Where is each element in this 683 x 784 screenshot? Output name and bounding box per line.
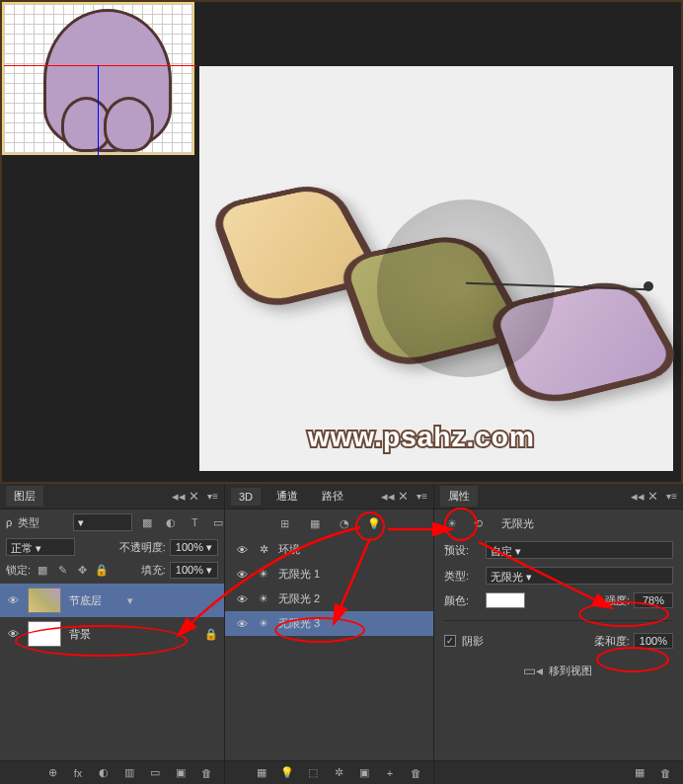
shadow-label: 阴影: [462, 634, 484, 649]
main-canvas[interactable]: www.psahz.com: [199, 66, 673, 471]
mask-icon[interactable]: ◐: [96, 765, 112, 781]
new-layer-icon[interactable]: ▣: [173, 765, 189, 781]
layer-name[interactable]: 节底层: [69, 593, 102, 608]
softness-label: 柔和度:: [594, 634, 630, 649]
fill-value[interactable]: 100%: [170, 562, 218, 579]
tab-layers[interactable]: 图层: [6, 486, 43, 507]
canvas-area: www.psahz.com: [0, 0, 683, 484]
props-title: 无限光: [501, 516, 534, 531]
props-footer: ▦ 🗑: [434, 760, 683, 784]
light-icon: ☀: [257, 592, 270, 605]
environment-icon: ✲: [257, 543, 270, 556]
panel-menu-icon[interactable]: ▾≡: [666, 491, 677, 502]
lock-icon[interactable]: 🔒: [204, 628, 218, 641]
lock-transparent-icon[interactable]: ▩: [35, 563, 50, 579]
color-swatch[interactable]: [486, 592, 525, 608]
3d-item-label: 无限光 1: [278, 567, 320, 582]
opacity-label: 不透明度:: [119, 540, 166, 555]
intensity-value[interactable]: 78%: [634, 592, 673, 608]
3d-item-label: 无限光 3: [278, 616, 320, 631]
filter-kind-icon[interactable]: ρ: [6, 516, 12, 528]
fx-icon[interactable]: fx: [70, 765, 86, 781]
type-label: 类型:: [444, 569, 480, 584]
blend-opacity-row: 正常 不透明度: 100%: [0, 535, 224, 559]
3d-filter-toolbar: ⊞ ▦ ◔ 💡: [225, 510, 433, 537]
filter-lights-icon[interactable]: 💡: [366, 515, 382, 531]
type-select[interactable]: [73, 513, 132, 531]
filter-adjust-icon[interactable]: ◐: [162, 514, 180, 530]
opacity-value[interactable]: 100%: [170, 539, 218, 556]
watermark: www.psahz.com: [308, 422, 535, 453]
new-light-icon[interactable]: 💡: [279, 765, 295, 781]
layer-thumb: [28, 621, 61, 647]
3d-item-light-1[interactable]: 👁 ☀ 无限光 1: [225, 562, 433, 587]
light-icon: ☀: [257, 617, 270, 630]
panel-collapse-icon[interactable]: ◂◂ ✕: [381, 489, 410, 504]
panel-menu-icon[interactable]: ▾≡: [207, 491, 218, 502]
intensity-label: 强度:: [605, 593, 630, 608]
ground-icon[interactable]: ⬚: [305, 765, 321, 781]
adjust-icon[interactable]: ▥: [121, 765, 137, 781]
filter-mesh-icon[interactable]: ▦: [307, 515, 323, 531]
tab-paths[interactable]: 路径: [314, 486, 351, 507]
move-view-icon[interactable]: ▭◂: [525, 663, 541, 678]
3d-item-label: 环境: [278, 542, 300, 557]
link-icon[interactable]: ⊕: [44, 765, 60, 781]
coords-props-icon[interactable]: ⟲: [470, 515, 486, 531]
3d-footer: ▦ 💡 ⬚ ✲ ▣ + 🗑: [225, 760, 433, 784]
light-props-icon[interactable]: ☀: [444, 515, 460, 531]
props-toolbar: ☀ ⟲ 无限光: [434, 510, 683, 537]
blend-mode-select[interactable]: 正常: [6, 538, 75, 556]
3d-item-light-2[interactable]: 👁 ☀ 无限光 2: [225, 587, 433, 611]
shadow-checkbox[interactable]: ✓: [444, 635, 456, 647]
render-icon[interactable]: ▦: [254, 765, 269, 781]
visibility-icon[interactable]: 👁: [235, 618, 249, 630]
chevron-down-icon[interactable]: ▾: [127, 594, 133, 607]
type-label: 类型: [18, 515, 67, 530]
softness-value[interactable]: 100%: [634, 633, 673, 649]
tab-3d[interactable]: 3D: [231, 488, 261, 506]
3d-item-light-3[interactable]: 👁 ☀ 无限光 3: [225, 611, 433, 636]
trash-icon[interactable]: 🗑: [657, 765, 673, 781]
type-select[interactable]: 无限光: [486, 567, 673, 585]
visibility-icon[interactable]: 👁: [6, 594, 20, 606]
visibility-icon[interactable]: 👁: [235, 593, 249, 605]
shadow-row: ✓ 阴影 柔和度: 100%: [444, 633, 673, 649]
visibility-icon[interactable]: 👁: [235, 544, 249, 556]
panel-collapse-icon[interactable]: ◂◂ ✕: [631, 489, 659, 504]
layers-panel: 图层 ◂◂ ✕ ▾≡ ρ 类型 ▩ ◐ T ▭ ◫ 正常 不透明度: 100%: [0, 484, 225, 784]
lock-image-icon[interactable]: ✎: [54, 563, 70, 579]
trash-icon[interactable]: 🗑: [198, 765, 214, 781]
render-icon[interactable]: ▦: [632, 765, 647, 781]
layer-item-selected[interactable]: 👁 节底层 ▾: [0, 584, 224, 617]
filter-scene-icon[interactable]: ⊞: [277, 515, 293, 531]
filter-type-icon[interactable]: T: [186, 514, 203, 530]
visibility-icon[interactable]: 👁: [235, 569, 249, 581]
env-icon[interactable]: ✲: [331, 765, 346, 781]
lock-all-icon[interactable]: 🔒: [94, 563, 110, 579]
light-gizmo[interactable]: [377, 199, 555, 377]
filter-material-icon[interactable]: ◔: [337, 515, 352, 531]
light-gizmo-handle[interactable]: [644, 281, 653, 291]
panel-collapse-icon[interactable]: ◂◂ ✕: [172, 489, 200, 504]
panel-menu-icon[interactable]: ▾≡: [417, 491, 427, 502]
move-view-label[interactable]: 移到视图: [549, 664, 592, 678]
lock-position-icon[interactable]: ✥: [74, 563, 90, 579]
layer-item-background[interactable]: 👁 背景 🔒: [0, 617, 224, 651]
layers-footer: ⊕ fx ◐ ▥ ▭ ▣ 🗑: [0, 760, 224, 784]
trash-icon[interactable]: 🗑: [408, 765, 423, 781]
visibility-icon[interactable]: 👁: [6, 628, 20, 640]
new-mesh-icon[interactable]: ▣: [356, 765, 372, 781]
3d-item-environment[interactable]: 👁 ✲ 环境: [225, 537, 433, 562]
group-icon[interactable]: ▭: [147, 765, 163, 781]
add-icon[interactable]: +: [382, 765, 398, 781]
thumbnail-preview[interactable]: [2, 2, 194, 155]
tab-channels[interactable]: 通道: [268, 486, 306, 507]
color-intensity-row: 颜色: 强度: 78%: [444, 592, 673, 608]
fill-label: 填充:: [141, 563, 166, 578]
preset-select[interactable]: 自定: [486, 541, 673, 559]
3d-panel: 3D 通道 路径 ◂◂ ✕ ▾≡ ⊞ ▦ ◔ 💡 👁 ✲ 环境 👁 ☀ 无限光 …: [225, 484, 434, 784]
tab-properties[interactable]: 属性: [440, 486, 478, 507]
layer-name[interactable]: 背景: [69, 627, 91, 642]
filter-pixel-icon[interactable]: ▩: [138, 514, 156, 530]
